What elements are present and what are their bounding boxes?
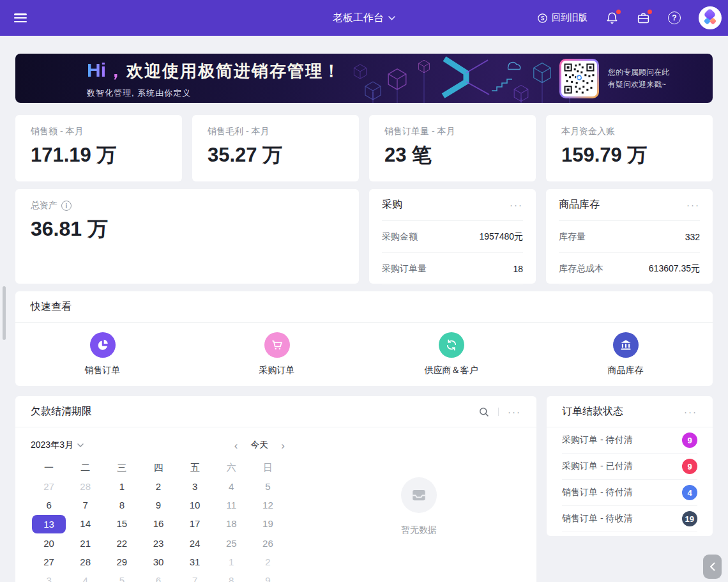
collapse-panel-handle[interactable]	[703, 555, 722, 579]
quick-view-item-purchase-order[interactable]: 采购订单	[190, 332, 364, 376]
calendar-day[interactable]: 14	[67, 514, 103, 533]
count-badge: 9	[682, 459, 697, 474]
status-row[interactable]: 销售订单 - 待收清 19	[562, 506, 697, 532]
advisor-qr-block: 您的专属顾问在此 有疑问欢迎来戳~	[559, 59, 669, 98]
calendar-day[interactable]: 28	[67, 553, 103, 571]
calendar-day[interactable]: 27	[31, 477, 67, 496]
calendar-day[interactable]: 4	[67, 571, 103, 582]
inbox-icon	[411, 487, 427, 503]
calendar-day[interactable]: 4	[213, 477, 250, 496]
calendar-weekday: 二	[67, 458, 103, 477]
stat-label: 销售订单量 - 本月	[384, 126, 520, 137]
next-month-button[interactable]: ›	[280, 440, 286, 451]
calendar-day[interactable]: 24	[177, 534, 213, 553]
calendar-day[interactable]: 21	[67, 534, 103, 553]
calendar-day[interactable]: 23	[140, 534, 176, 553]
calendar-day[interactable]: 18	[213, 514, 250, 533]
calendar-day[interactable]: 19	[250, 514, 286, 533]
status-row[interactable]: 销售订单 - 待付清 4	[562, 480, 697, 506]
more-button[interactable]: ···	[508, 407, 521, 417]
calendar-day[interactable]: 5	[103, 571, 140, 582]
calendar-day[interactable]: 3	[177, 477, 213, 496]
stat-label: 本月资金入账	[561, 126, 697, 137]
calendar-day[interactable]: 22	[103, 534, 140, 553]
help-button[interactable]: ?	[667, 11, 681, 25]
calendar-day[interactable]: 28	[67, 477, 103, 496]
info-icon[interactable]: i	[61, 201, 72, 211]
back-to-old-version-button[interactable]: 回到旧版	[537, 12, 588, 24]
calendar-day[interactable]: 25	[213, 534, 250, 553]
calendar-day[interactable]: 2	[250, 553, 286, 571]
calendar-day[interactable]: 7	[177, 571, 213, 582]
stat-value: 171.19 万	[31, 142, 167, 169]
metric-label: 采购金额	[382, 231, 418, 243]
card-title: 订单结款状态	[562, 405, 684, 418]
calendar-day[interactable]: 13	[32, 515, 66, 533]
calendar-day[interactable]: 16	[140, 514, 176, 533]
prev-month-button[interactable]: ‹	[233, 440, 239, 451]
calendar-day[interactable]: 27	[31, 553, 67, 571]
card-title: 商品库存	[559, 198, 600, 211]
calendar-day[interactable]: 6	[31, 496, 67, 514]
calendar-day[interactable]: 8	[103, 496, 140, 514]
metric-label: 采购订单量	[382, 263, 427, 275]
calendar-day[interactable]: 11	[213, 496, 250, 514]
notifications-button[interactable]	[605, 11, 619, 25]
metric-label: 库存总成本	[559, 263, 603, 275]
calendar-day[interactable]: 30	[140, 553, 176, 571]
calendar-day[interactable]: 1	[103, 477, 140, 496]
quick-view-item-sales-order[interactable]: 销售订单	[15, 332, 190, 376]
month-selector[interactable]: 2023年3月	[31, 440, 84, 451]
calendar-day[interactable]: 3	[31, 571, 67, 582]
calendar-day[interactable]: 5	[250, 477, 286, 496]
workbench-button[interactable]	[636, 11, 650, 25]
calendar-day[interactable]: 17	[177, 514, 213, 533]
more-button[interactable]: ···	[684, 407, 697, 417]
more-button[interactable]: ···	[510, 200, 523, 210]
more-button[interactable]: ···	[686, 200, 700, 210]
avatar[interactable]	[699, 6, 722, 29]
calendar-day[interactable]: 8	[213, 571, 250, 582]
chevron-left-icon	[709, 562, 715, 571]
workspace-title-dropdown[interactable]: 老板工作台	[333, 11, 395, 25]
calendar-day[interactable]: 1	[213, 553, 250, 571]
calendar-day[interactable]: 31	[177, 553, 213, 571]
empty-icon-circle	[401, 477, 437, 513]
quick-view-label: 供应商＆客户	[425, 365, 478, 376]
status-row[interactable]: 采购订单 - 待付清 9	[562, 427, 697, 454]
calendar-weekday: 一	[31, 458, 67, 477]
today-button[interactable]: 今天	[250, 440, 268, 451]
stat-card-order-count: 销售订单量 - 本月 23 笔	[369, 115, 536, 181]
calendar-day[interactable]: 29	[103, 553, 140, 571]
stat-card-gross-profit: 销售毛利 - 本月 35.27 万	[192, 115, 359, 181]
summary-cards-row: 总资产 i 36.81 万 采购 ··· 采购金额 1957480元 采购订单量…	[15, 189, 713, 284]
metric-row: 采购订单量 18	[382, 253, 523, 285]
qr-pattern	[563, 63, 595, 95]
calendar-day[interactable]: 15	[103, 514, 140, 533]
switch-version-icon	[537, 13, 548, 24]
quick-view-item-inventory[interactable]: 商品库存	[538, 332, 713, 376]
calendar-day[interactable]: 2	[140, 477, 176, 496]
hamburger-menu-button[interactable]	[14, 13, 27, 22]
calendar-day[interactable]: 26	[250, 534, 286, 553]
calendar-weekday: 六	[213, 458, 250, 477]
metric-row: 库存量 332	[559, 221, 700, 253]
quick-view-label: 商品库存	[608, 365, 644, 376]
cart-icon	[264, 332, 290, 358]
calendar-day[interactable]: 6	[140, 571, 176, 582]
calendar-day[interactable]: 10	[177, 496, 213, 514]
calendar-day[interactable]: 9	[140, 496, 176, 514]
total-assets-value: 36.81 万	[31, 215, 344, 243]
quick-view-label: 销售订单	[85, 365, 121, 376]
quick-view-item-supplier-customer[interactable]: 供应商＆客户	[364, 332, 538, 376]
search-icon[interactable]	[478, 406, 489, 417]
notification-dot	[648, 10, 652, 14]
calendar-day[interactable]: 9	[250, 571, 286, 582]
calendar-day[interactable]: 7	[67, 496, 103, 514]
chevron-down-icon	[388, 16, 395, 20]
left-scrollbar-thumb[interactable]	[3, 286, 6, 340]
status-row[interactable]: 采购订单 - 已付清 9	[562, 454, 697, 480]
calendar-day[interactable]: 20	[31, 534, 67, 553]
calendar-day[interactable]: 12	[250, 496, 286, 514]
navbar-actions: 回到旧版 ?	[537, 6, 728, 29]
